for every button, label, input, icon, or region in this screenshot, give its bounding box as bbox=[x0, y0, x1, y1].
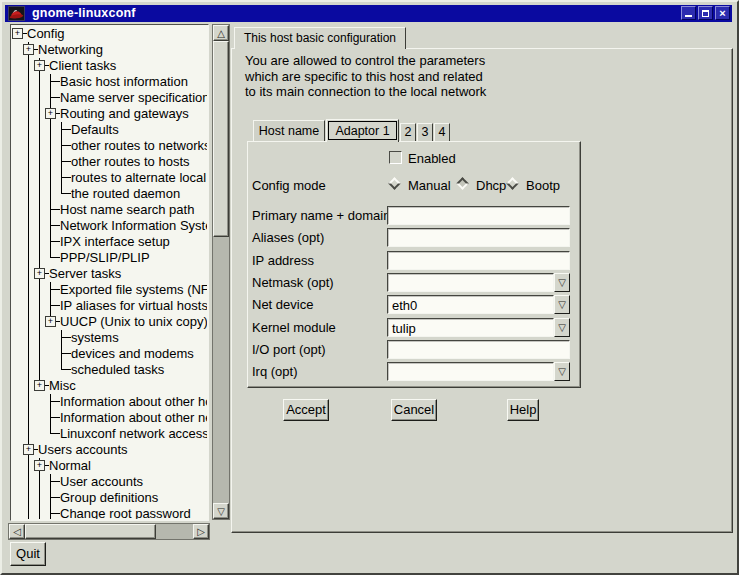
input-aliases-opt[interactable] bbox=[387, 228, 570, 247]
tree-item-label[interactable]: Normal bbox=[49, 458, 91, 474]
tree-expand-box[interactable]: + bbox=[23, 44, 34, 55]
tree-item-label[interactable]: scheduled tasks bbox=[71, 362, 164, 378]
combo-input-netmask-opt[interactable] bbox=[387, 273, 554, 292]
tree-item-label[interactable]: Defaults bbox=[71, 122, 119, 138]
combo-input-net-device[interactable]: eth0 bbox=[387, 295, 554, 314]
scroll-up-icon[interactable]: △ bbox=[213, 25, 229, 41]
combo-arrow-icon[interactable]: ▽ bbox=[554, 318, 570, 337]
cancel-button[interactable]: Cancel bbox=[391, 399, 437, 421]
tree-item-label[interactable]: Misc bbox=[49, 378, 76, 394]
tree-item[interactable]: scheduled tasks bbox=[12, 362, 207, 378]
tree-item[interactable]: Linuxconf network access bbox=[12, 426, 207, 442]
minimize-button[interactable] bbox=[681, 6, 696, 20]
tree-item-label[interactable]: Users accounts bbox=[38, 442, 128, 458]
tree-item-label[interactable]: Server tasks bbox=[49, 266, 121, 282]
tree-item[interactable]: Change root password bbox=[12, 506, 207, 519]
tab-adaptor-adaptor-1[interactable]: Adaptor 1 bbox=[326, 119, 399, 142]
tree-item-label[interactable]: Linuxconf network access bbox=[60, 426, 207, 442]
vertical-scrollbar-thumb[interactable] bbox=[213, 41, 229, 237]
tree-expand-box[interactable]: + bbox=[34, 460, 45, 471]
tree-item-label[interactable]: routes to alternate local ne bbox=[71, 170, 207, 186]
tree-expand-box[interactable]: + bbox=[45, 108, 56, 119]
tab-adaptor-2[interactable]: 2 bbox=[400, 123, 416, 141]
tree-item[interactable]: routes to alternate local ne bbox=[12, 170, 207, 186]
tree-item[interactable]: +Routing and gateways bbox=[12, 106, 207, 122]
tree-item-label[interactable]: devices and modems bbox=[71, 346, 194, 362]
tree-item-label[interactable]: other routes to networks bbox=[71, 138, 207, 154]
titlebar[interactable]: gnome-linuxconf × bbox=[5, 5, 732, 22]
tree-item-label[interactable]: IP aliases for virtual hosts bbox=[60, 298, 207, 314]
tree-item[interactable]: Host name search path bbox=[12, 202, 207, 218]
tree-item-label[interactable]: Basic host information bbox=[60, 74, 188, 90]
tree-expand-box[interactable]: + bbox=[34, 60, 45, 71]
tree-item[interactable]: devices and modems bbox=[12, 346, 207, 362]
tree-item[interactable]: Information about other host bbox=[12, 394, 207, 410]
tree-item[interactable]: other routes to networks bbox=[12, 138, 207, 154]
tree-vertical-scrollbar[interactable]: △ ▽ bbox=[212, 24, 230, 520]
tree-expand-box[interactable]: + bbox=[23, 444, 34, 455]
combo-input-kernel-module[interactable]: tulip bbox=[387, 318, 554, 337]
tab-this-host-basic-configuration[interactable]: This host basic configuration bbox=[234, 27, 406, 49]
tree-item[interactable]: +Client tasks bbox=[12, 58, 207, 74]
enabled-checkbox[interactable] bbox=[389, 151, 402, 164]
help-button[interactable]: Help bbox=[507, 399, 539, 421]
tree-expand-box[interactable]: + bbox=[45, 316, 56, 327]
tree-item[interactable]: PPP/SLIP/PLIP bbox=[12, 250, 207, 266]
tree-item-label[interactable]: other routes to hosts bbox=[71, 154, 190, 170]
tab-adaptor-4[interactable]: 4 bbox=[434, 123, 450, 141]
input-i-o-port-opt[interactable] bbox=[387, 340, 570, 359]
tree-item[interactable]: +Misc bbox=[12, 378, 207, 394]
scroll-left-icon[interactable]: ◁ bbox=[9, 524, 25, 539]
tree-item-label[interactable]: Name server specification ( bbox=[60, 90, 207, 106]
tree-horizontal-scrollbar[interactable]: ◁ ▷ bbox=[8, 523, 210, 540]
tree-item[interactable]: +UUCP (Unix to unix copy) bbox=[12, 314, 207, 330]
tree-item-label[interactable]: Information about other host bbox=[60, 394, 207, 410]
tree-item[interactable]: Network Information System bbox=[12, 218, 207, 234]
tab-adaptor-3[interactable]: 3 bbox=[417, 123, 433, 141]
tab-adaptor-host-name[interactable]: Host name bbox=[253, 120, 325, 141]
tree-item-label[interactable]: systems bbox=[71, 330, 119, 346]
tree-item[interactable]: User accounts bbox=[12, 474, 207, 490]
tree-item[interactable]: +Normal bbox=[12, 458, 207, 474]
combo-arrow-icon[interactable]: ▽ bbox=[554, 295, 570, 314]
tree-item-label[interactable]: the routed daemon bbox=[71, 186, 180, 202]
tree-item-label[interactable]: Change root password bbox=[60, 506, 191, 519]
combo-arrow-icon[interactable]: ▽ bbox=[554, 273, 570, 292]
tree-item[interactable]: Defaults bbox=[12, 122, 207, 138]
close-button[interactable]: × bbox=[715, 6, 730, 20]
tree-item-label[interactable]: Network Information System bbox=[60, 218, 207, 234]
tree-item-label[interactable]: User accounts bbox=[60, 474, 143, 490]
tree-expand-box[interactable]: + bbox=[12, 28, 23, 39]
tree-item[interactable]: +Config bbox=[12, 26, 207, 42]
tree-item-label[interactable]: Exported file systems (NFS) bbox=[60, 282, 207, 298]
combo-input-irq-opt[interactable] bbox=[387, 362, 554, 381]
input-primary-name-domain[interactable] bbox=[387, 206, 570, 225]
tree-item[interactable]: Information about other netw bbox=[12, 410, 207, 426]
horizontal-scrollbar-thumb[interactable] bbox=[25, 524, 156, 539]
tree-expand-box[interactable]: + bbox=[34, 380, 45, 391]
tree-item[interactable]: other routes to hosts bbox=[12, 154, 207, 170]
tree-item-label[interactable]: Routing and gateways bbox=[60, 106, 189, 122]
scroll-down-icon[interactable]: ▽ bbox=[213, 503, 229, 519]
tree-item-label[interactable]: PPP/SLIP/PLIP bbox=[60, 250, 150, 266]
tree-item-label[interactable]: Networking bbox=[38, 42, 103, 58]
tree-item-label[interactable]: Config bbox=[27, 26, 65, 42]
tree-item[interactable]: systems bbox=[12, 330, 207, 346]
maximize-button[interactable] bbox=[698, 6, 713, 20]
tree-item-label[interactable]: Client tasks bbox=[49, 58, 116, 74]
tree-item-label[interactable]: Host name search path bbox=[60, 202, 194, 218]
tree-item[interactable]: +Networking bbox=[12, 42, 207, 58]
tree-item[interactable]: Basic host information bbox=[12, 74, 207, 90]
tree-item[interactable]: Group definitions bbox=[12, 490, 207, 506]
scroll-right-icon[interactable]: ▷ bbox=[193, 524, 209, 539]
tree-item[interactable]: IPX interface setup bbox=[12, 234, 207, 250]
quit-button[interactable]: Quit bbox=[10, 542, 46, 566]
tree-item[interactable]: Name server specification ( bbox=[12, 90, 207, 106]
tree-item-label[interactable]: Information about other netw bbox=[60, 410, 207, 426]
tree-item-label[interactable]: Group definitions bbox=[60, 490, 158, 506]
tree-item[interactable]: +Server tasks bbox=[12, 266, 207, 282]
accept-button[interactable]: Accept bbox=[283, 399, 329, 421]
tree-expand-box[interactable]: + bbox=[34, 268, 45, 279]
tree-item-label[interactable]: IPX interface setup bbox=[60, 234, 170, 250]
tree-item[interactable]: IP aliases for virtual hosts bbox=[12, 298, 207, 314]
